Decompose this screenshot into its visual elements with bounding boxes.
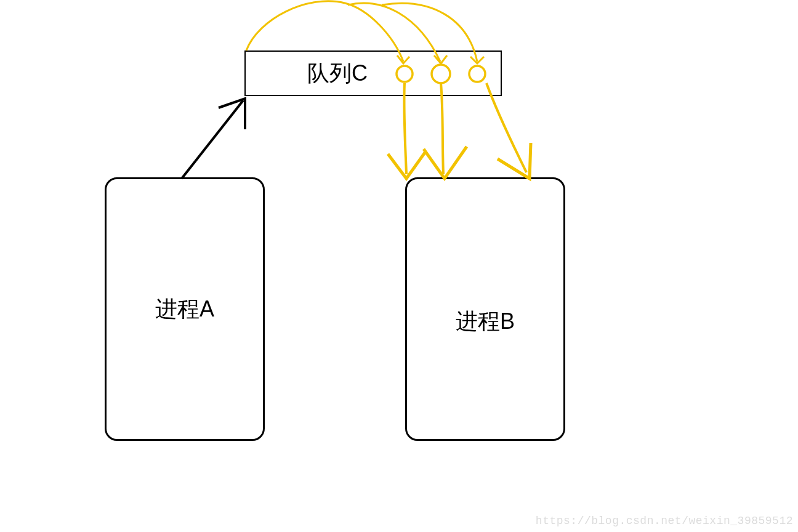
arrow-a-to-queue [182, 99, 245, 179]
watermark: https://blog.csdn.net/weixin_39859512 [536, 515, 793, 527]
process-a-box: 进程A [105, 177, 265, 441]
queue-label: 队列C [307, 58, 368, 89]
queue-box: 队列C [244, 50, 502, 96]
yellow-output-arrows [388, 83, 531, 179]
process-b-box: 进程B [405, 177, 565, 441]
process-b-label: 进程B [456, 307, 515, 337]
process-a-label: 进程A [155, 294, 214, 324]
